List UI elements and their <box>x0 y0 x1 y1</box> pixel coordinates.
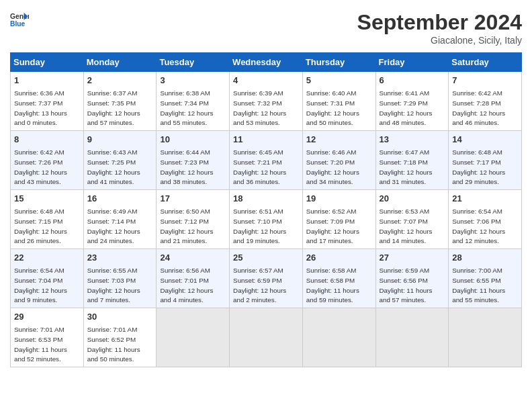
day-number: 22 <box>14 252 80 264</box>
calendar-day-cell: 27Sunrise: 6:59 AM Sunset: 6:56 PM Dayli… <box>375 249 449 308</box>
day-number: 3 <box>160 75 226 87</box>
day-number: 23 <box>87 252 153 264</box>
day-number: 8 <box>14 134 80 146</box>
title-block: September 2024 Giacalone, Sicily, Italy <box>357 10 522 46</box>
day-number: 12 <box>306 134 372 146</box>
day-number: 14 <box>452 134 518 146</box>
day-info: Sunrise: 6:41 AM Sunset: 7:29 PM Dayligh… <box>380 89 433 126</box>
calendar-day-cell: 6Sunrise: 6:41 AM Sunset: 7:29 PM Daylig… <box>375 72 449 131</box>
day-info: Sunrise: 6:42 AM Sunset: 7:28 PM Dayligh… <box>452 89 505 126</box>
calendar-day-cell <box>157 308 230 367</box>
calendar-day-cell: 10Sunrise: 6:44 AM Sunset: 7:23 PM Dayli… <box>157 131 230 190</box>
day-info: Sunrise: 6:52 AM Sunset: 7:09 PM Dayligh… <box>306 208 359 244</box>
page-header: General Blue September 2024 Giacalone, S… <box>10 10 522 46</box>
day-info: Sunrise: 6:46 AM Sunset: 7:20 PM Dayligh… <box>306 148 359 185</box>
calendar-day-cell: 15Sunrise: 6:48 AM Sunset: 7:15 PM Dayli… <box>11 190 84 249</box>
weekday-header-tuesday: Tuesday <box>157 53 230 72</box>
day-number: 29 <box>14 311 80 323</box>
day-info: Sunrise: 6:50 AM Sunset: 7:12 PM Dayligh… <box>160 208 213 244</box>
day-info: Sunrise: 6:43 AM Sunset: 7:25 PM Dayligh… <box>87 148 140 185</box>
weekday-header-row: SundayMondayTuesdayWednesdayThursdayFrid… <box>11 53 522 72</box>
calendar-day-cell: 17Sunrise: 6:50 AM Sunset: 7:12 PM Dayli… <box>157 190 230 249</box>
day-number: 24 <box>160 252 226 264</box>
day-info: Sunrise: 6:40 AM Sunset: 7:31 PM Dayligh… <box>306 89 359 126</box>
day-number: 26 <box>306 252 372 264</box>
calendar-day-cell: 28Sunrise: 7:00 AM Sunset: 6:55 PM Dayli… <box>449 249 522 308</box>
day-number: 2 <box>87 75 153 87</box>
day-number: 27 <box>380 252 445 264</box>
day-info: Sunrise: 6:49 AM Sunset: 7:14 PM Dayligh… <box>87 208 140 244</box>
calendar-day-cell <box>375 308 449 367</box>
day-number: 9 <box>87 134 153 146</box>
day-number: 16 <box>87 193 153 205</box>
calendar-day-cell: 1Sunrise: 6:36 AM Sunset: 7:37 PM Daylig… <box>11 72 84 131</box>
day-info: Sunrise: 6:59 AM Sunset: 6:56 PM Dayligh… <box>380 267 433 304</box>
calendar-day-cell: 12Sunrise: 6:46 AM Sunset: 7:20 PM Dayli… <box>302 131 375 190</box>
calendar-week-row: 29Sunrise: 7:01 AM Sunset: 6:53 PM Dayli… <box>11 308 522 367</box>
calendar-day-cell <box>302 308 375 367</box>
svg-text:Blue: Blue <box>10 20 26 28</box>
day-info: Sunrise: 6:58 AM Sunset: 6:58 PM Dayligh… <box>306 267 359 304</box>
calendar-day-cell: 2Sunrise: 6:37 AM Sunset: 7:35 PM Daylig… <box>83 72 157 131</box>
day-info: Sunrise: 7:01 AM Sunset: 6:53 PM Dayligh… <box>14 326 67 363</box>
logo: General Blue <box>10 10 29 29</box>
day-number: 11 <box>233 134 299 146</box>
day-number: 1 <box>14 75 80 87</box>
day-info: Sunrise: 6:48 AM Sunset: 7:15 PM Dayligh… <box>14 208 67 244</box>
calendar-day-cell: 9Sunrise: 6:43 AM Sunset: 7:25 PM Daylig… <box>83 131 157 190</box>
day-number: 25 <box>233 252 299 264</box>
day-info: Sunrise: 6:55 AM Sunset: 7:03 PM Dayligh… <box>87 267 140 304</box>
logo-icon: General Blue <box>10 10 29 29</box>
day-info: Sunrise: 6:57 AM Sunset: 6:59 PM Dayligh… <box>233 267 286 304</box>
calendar-day-cell: 11Sunrise: 6:45 AM Sunset: 7:21 PM Dayli… <box>230 131 303 190</box>
day-info: Sunrise: 6:45 AM Sunset: 7:21 PM Dayligh… <box>233 148 286 185</box>
weekday-header-wednesday: Wednesday <box>230 53 303 72</box>
calendar-day-cell <box>449 308 522 367</box>
month-title: September 2024 <box>357 10 522 35</box>
location: Giacalone, Sicily, Italy <box>357 35 522 46</box>
calendar-day-cell: 4Sunrise: 6:39 AM Sunset: 7:32 PM Daylig… <box>230 72 303 131</box>
day-info: Sunrise: 6:38 AM Sunset: 7:34 PM Dayligh… <box>160 89 213 126</box>
day-number: 15 <box>14 193 80 205</box>
day-info: Sunrise: 6:39 AM Sunset: 7:32 PM Dayligh… <box>233 89 286 126</box>
calendar-day-cell <box>230 308 303 367</box>
calendar-day-cell: 25Sunrise: 6:57 AM Sunset: 6:59 PM Dayli… <box>230 249 303 308</box>
calendar-day-cell: 13Sunrise: 6:47 AM Sunset: 7:18 PM Dayli… <box>375 131 449 190</box>
calendar-day-cell: 19Sunrise: 6:52 AM Sunset: 7:09 PM Dayli… <box>302 190 375 249</box>
calendar-week-row: 15Sunrise: 6:48 AM Sunset: 7:15 PM Dayli… <box>11 190 522 249</box>
calendar-day-cell: 16Sunrise: 6:49 AM Sunset: 7:14 PM Dayli… <box>83 190 157 249</box>
calendar-day-cell: 3Sunrise: 6:38 AM Sunset: 7:34 PM Daylig… <box>157 72 230 131</box>
calendar-day-cell: 24Sunrise: 6:56 AM Sunset: 7:01 PM Dayli… <box>157 249 230 308</box>
day-info: Sunrise: 6:56 AM Sunset: 7:01 PM Dayligh… <box>160 267 213 304</box>
day-info: Sunrise: 6:54 AM Sunset: 7:06 PM Dayligh… <box>452 208 505 244</box>
calendar-day-cell: 18Sunrise: 6:51 AM Sunset: 7:10 PM Dayli… <box>230 190 303 249</box>
weekday-header-thursday: Thursday <box>302 53 375 72</box>
day-info: Sunrise: 6:44 AM Sunset: 7:23 PM Dayligh… <box>160 148 213 185</box>
day-number: 5 <box>306 75 372 87</box>
weekday-header-sunday: Sunday <box>11 53 84 72</box>
day-number: 4 <box>233 75 299 87</box>
day-info: Sunrise: 7:00 AM Sunset: 6:55 PM Dayligh… <box>452 267 505 304</box>
calendar-day-cell: 22Sunrise: 6:54 AM Sunset: 7:04 PM Dayli… <box>11 249 84 308</box>
calendar-day-cell: 14Sunrise: 6:48 AM Sunset: 7:17 PM Dayli… <box>449 131 522 190</box>
calendar-day-cell: 30Sunrise: 7:01 AM Sunset: 6:52 PM Dayli… <box>83 308 157 367</box>
day-number: 21 <box>452 193 518 205</box>
day-number: 13 <box>380 134 445 146</box>
calendar-table: SundayMondayTuesdayWednesdayThursdayFrid… <box>10 52 522 367</box>
day-number: 18 <box>233 193 299 205</box>
day-number: 30 <box>87 311 153 323</box>
calendar-day-cell: 26Sunrise: 6:58 AM Sunset: 6:58 PM Dayli… <box>302 249 375 308</box>
calendar-week-row: 22Sunrise: 6:54 AM Sunset: 7:04 PM Dayli… <box>11 249 522 308</box>
calendar-day-cell: 21Sunrise: 6:54 AM Sunset: 7:06 PM Dayli… <box>449 190 522 249</box>
weekday-header-friday: Friday <box>375 53 449 72</box>
day-info: Sunrise: 6:47 AM Sunset: 7:18 PM Dayligh… <box>380 148 433 185</box>
day-number: 19 <box>306 193 372 205</box>
weekday-header-monday: Monday <box>83 53 157 72</box>
calendar-day-cell: 8Sunrise: 6:42 AM Sunset: 7:26 PM Daylig… <box>11 131 84 190</box>
day-number: 10 <box>160 134 226 146</box>
day-number: 28 <box>452 252 518 264</box>
day-info: Sunrise: 6:53 AM Sunset: 7:07 PM Dayligh… <box>380 208 433 244</box>
day-info: Sunrise: 6:36 AM Sunset: 7:37 PM Dayligh… <box>14 89 67 126</box>
day-info: Sunrise: 6:48 AM Sunset: 7:17 PM Dayligh… <box>452 148 505 185</box>
day-number: 20 <box>380 193 445 205</box>
